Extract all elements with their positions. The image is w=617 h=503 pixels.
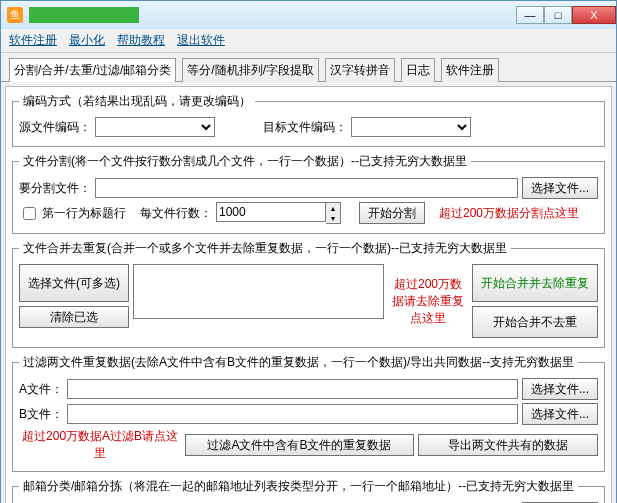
- title-hidden: [29, 7, 139, 23]
- start-split-button[interactable]: 开始分割: [359, 202, 425, 224]
- content-panel: 编码方式（若结果出现乱码，请更改编码） 源文件编码： 目标文件编码： 文件分割(…: [5, 86, 612, 503]
- close-button[interactable]: X: [572, 6, 616, 24]
- split-file-label: 要分割文件：: [19, 180, 91, 197]
- split-file-input[interactable]: [95, 178, 518, 198]
- file-a-choose-button[interactable]: 选择文件...: [522, 378, 598, 400]
- tabbar: 分割/合并/去重/过滤/邮箱分类 等分/随机排列/字段提取 汉字转拼音 日志 软…: [1, 53, 616, 82]
- filter-legend: 过滤两文件重复数据(去除A文件中含有B文件的重复数据，一行一个数据)/导出共同数…: [19, 354, 578, 371]
- dst-encoding-label: 目标文件编码：: [263, 119, 347, 136]
- src-encoding-label: 源文件编码：: [19, 119, 91, 136]
- file-b-choose-button[interactable]: 选择文件...: [522, 403, 598, 425]
- split-warn-link[interactable]: 超过200万数据分割点这里: [439, 205, 579, 222]
- filter-warn-link[interactable]: 超过200万数据A过滤B请点这里: [19, 428, 181, 462]
- file-a-label: A文件：: [19, 381, 63, 398]
- tab-equal-split[interactable]: 等分/随机排列/字段提取: [182, 58, 319, 82]
- merge-warn-link[interactable]: 超过200万数据请去除重复点这里: [388, 276, 468, 327]
- merge-file-list[interactable]: [133, 264, 384, 319]
- merge-nodedup-button[interactable]: 开始合并不去重: [472, 306, 598, 338]
- encoding-group: 编码方式（若结果出现乱码，请更改编码） 源文件编码： 目标文件编码：: [12, 93, 605, 147]
- titlebar: 鱼 — □ X: [1, 1, 616, 29]
- tab-pinyin[interactable]: 汉字转拼音: [325, 58, 395, 82]
- menu-help[interactable]: 帮助教程: [117, 32, 165, 49]
- merge-choose-button[interactable]: 选择文件(可多选): [19, 264, 129, 302]
- menu-register[interactable]: 软件注册: [9, 32, 57, 49]
- menu-minimize[interactable]: 最小化: [69, 32, 105, 49]
- split-legend: 文件分割(将一个文件按行数分割成几个文件，一行一个数据）--已支持无穷大数据里: [19, 153, 471, 170]
- mail-group: 邮箱分类/邮箱分拣（将混在一起的邮箱地址列表按类型分开，一行一个邮箱地址）--已…: [12, 478, 605, 503]
- file-b-input[interactable]: [67, 404, 518, 424]
- tab-log[interactable]: 日志: [401, 58, 435, 82]
- menu-exit[interactable]: 退出软件: [177, 32, 225, 49]
- encoding-legend: 编码方式（若结果出现乱码，请更改编码）: [19, 93, 255, 110]
- filter-group: 过滤两文件重复数据(去除A文件中含有B文件的重复数据，一行一个数据)/导出共同数…: [12, 354, 605, 472]
- header-row-label: 第一行为标题行: [42, 205, 126, 222]
- per-file-input[interactable]: [216, 202, 326, 222]
- header-row-checkbox[interactable]: [23, 207, 36, 220]
- merge-dedup-button[interactable]: 开始合并并去除重复: [472, 264, 598, 302]
- app-icon: 鱼: [7, 7, 23, 23]
- dst-encoding-select[interactable]: [351, 117, 471, 137]
- merge-group: 文件合并去重复(合并一个或多个文件并去除重复数据，一行一个数据)--已支持无穷大…: [12, 240, 605, 348]
- minimize-button[interactable]: —: [516, 6, 544, 24]
- spin-down-icon[interactable]: ▼: [326, 213, 340, 223]
- tab-register[interactable]: 软件注册: [441, 58, 499, 82]
- per-file-label: 每文件行数：: [140, 205, 212, 222]
- file-b-label: B文件：: [19, 406, 63, 423]
- tab-split-merge[interactable]: 分割/合并/去重/过滤/邮箱分类: [9, 58, 176, 82]
- menubar: 软件注册 最小化 帮助教程 退出软件: [1, 29, 616, 53]
- spin-up-icon[interactable]: ▲: [326, 203, 340, 213]
- merge-legend: 文件合并去重复(合并一个或多个文件并去除重复数据，一行一个数据)--已支持无穷大…: [19, 240, 511, 257]
- split-group: 文件分割(将一个文件按行数分割成几个文件，一行一个数据）--已支持无穷大数据里 …: [12, 153, 605, 234]
- merge-clear-button[interactable]: 清除已选: [19, 306, 129, 328]
- split-choose-button[interactable]: 选择文件...: [522, 177, 598, 199]
- mail-legend: 邮箱分类/邮箱分拣（将混在一起的邮箱地址列表按类型分开，一行一个邮箱地址）--已…: [19, 478, 578, 495]
- export-common-button[interactable]: 导出两文件共有的数据: [418, 434, 598, 456]
- src-encoding-select[interactable]: [95, 117, 215, 137]
- maximize-button[interactable]: □: [544, 6, 572, 24]
- file-a-input[interactable]: [67, 379, 518, 399]
- filter-ab-button[interactable]: 过滤A文件中含有B文件的重复数据: [185, 434, 414, 456]
